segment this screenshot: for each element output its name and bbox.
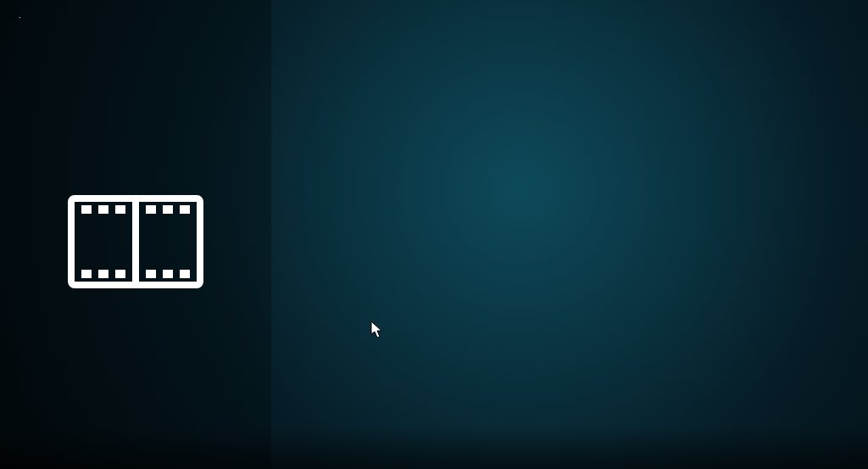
svg-rect-2 bbox=[81, 205, 92, 214]
svg-rect-13 bbox=[180, 270, 190, 278]
sort-status: · bbox=[15, 10, 25, 23]
svg-rect-11 bbox=[146, 270, 156, 278]
svg-rect-9 bbox=[98, 270, 108, 278]
category-list-pane bbox=[271, 0, 868, 469]
svg-rect-6 bbox=[163, 205, 173, 214]
svg-rect-10 bbox=[115, 270, 125, 278]
svg-rect-7 bbox=[180, 205, 190, 214]
svg-rect-5 bbox=[146, 205, 156, 214]
svg-rect-12 bbox=[163, 270, 173, 278]
thumbnail-pane bbox=[0, 0, 271, 469]
svg-rect-3 bbox=[98, 205, 108, 214]
separator-dot: · bbox=[15, 10, 25, 23]
svg-rect-8 bbox=[81, 270, 92, 278]
header: · bbox=[15, 8, 853, 23]
svg-rect-4 bbox=[115, 205, 125, 214]
category-thumbnail bbox=[68, 195, 203, 292]
